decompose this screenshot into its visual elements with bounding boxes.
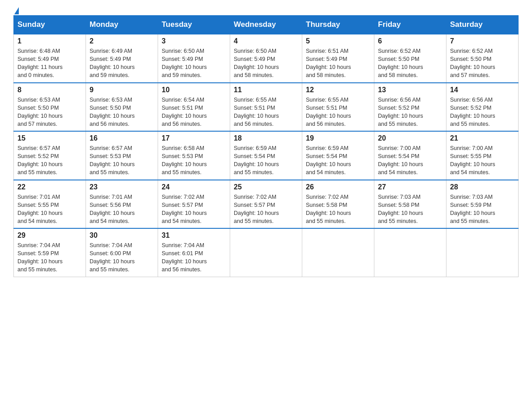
- day-number: 15: [17, 134, 82, 142]
- day-header-saturday: Saturday: [446, 16, 519, 34]
- day-info: Sunrise: 7:03 AMSunset: 5:58 PMDaylight:…: [378, 193, 442, 226]
- day-cell-7: 7Sunrise: 6:52 AMSunset: 5:50 PMDaylight…: [446, 34, 519, 83]
- day-header-friday: Friday: [374, 16, 446, 34]
- day-number: 4: [234, 37, 298, 45]
- day-cell-3: 3Sunrise: 6:50 AMSunset: 5:49 PMDaylight…: [158, 34, 230, 83]
- day-number: 20: [378, 134, 442, 142]
- day-number: 9: [90, 86, 154, 94]
- day-info: Sunrise: 6:59 AMSunset: 5:54 PMDaylight:…: [306, 144, 370, 177]
- day-info: Sunrise: 7:01 AMSunset: 5:55 PMDaylight:…: [17, 193, 82, 226]
- day-cell-15: 15Sunrise: 6:57 AMSunset: 5:52 PMDayligh…: [14, 131, 86, 180]
- day-info: Sunrise: 6:50 AMSunset: 5:49 PMDaylight:…: [162, 47, 226, 80]
- day-header-monday: Monday: [86, 16, 158, 34]
- day-info: Sunrise: 7:04 AMSunset: 6:01 PMDaylight:…: [162, 241, 226, 274]
- day-info: Sunrise: 6:50 AMSunset: 5:49 PMDaylight:…: [234, 47, 298, 80]
- empty-cell: [230, 228, 302, 277]
- day-cell-17: 17Sunrise: 6:58 AMSunset: 5:53 PMDayligh…: [158, 131, 230, 180]
- day-cell-19: 19Sunrise: 6:59 AMSunset: 5:54 PMDayligh…: [302, 131, 374, 180]
- day-number: 30: [90, 231, 154, 240]
- day-info: Sunrise: 7:00 AMSunset: 5:55 PMDaylight:…: [450, 144, 515, 177]
- day-number: 2: [90, 37, 154, 45]
- day-cell-14: 14Sunrise: 6:56 AMSunset: 5:52 PMDayligh…: [446, 83, 519, 132]
- empty-cell: [374, 228, 446, 277]
- day-header-tuesday: Tuesday: [158, 16, 230, 34]
- day-info: Sunrise: 6:51 AMSunset: 5:49 PMDaylight:…: [306, 47, 370, 80]
- day-info: Sunrise: 7:02 AMSunset: 5:57 PMDaylight:…: [234, 193, 298, 226]
- day-number: 8: [17, 86, 82, 94]
- day-cell-10: 10Sunrise: 6:54 AMSunset: 5:51 PMDayligh…: [158, 83, 230, 132]
- day-number: 13: [378, 86, 442, 94]
- day-cell-4: 4Sunrise: 6:50 AMSunset: 5:49 PMDaylight…: [230, 34, 302, 83]
- day-cell-6: 6Sunrise: 6:52 AMSunset: 5:50 PMDaylight…: [374, 34, 446, 83]
- day-number: 11: [234, 86, 298, 94]
- week-row-5: 29Sunrise: 7:04 AMSunset: 5:59 PMDayligh…: [14, 228, 519, 277]
- day-info: Sunrise: 7:01 AMSunset: 5:56 PMDaylight:…: [90, 193, 154, 226]
- day-number: 7: [450, 37, 515, 45]
- day-number: 18: [234, 134, 298, 142]
- day-number: 28: [450, 183, 515, 191]
- day-info: Sunrise: 6:59 AMSunset: 5:54 PMDaylight:…: [234, 144, 298, 177]
- day-info: Sunrise: 6:53 AMSunset: 5:50 PMDaylight:…: [90, 96, 154, 128]
- day-cell-29: 29Sunrise: 7:04 AMSunset: 5:59 PMDayligh…: [14, 228, 86, 277]
- day-info: Sunrise: 7:04 AMSunset: 6:00 PMDaylight:…: [90, 241, 154, 274]
- day-cell-28: 28Sunrise: 7:03 AMSunset: 5:59 PMDayligh…: [446, 180, 519, 229]
- week-row-2: 8Sunrise: 6:53 AMSunset: 5:50 PMDaylight…: [14, 83, 519, 132]
- day-cell-24: 24Sunrise: 7:02 AMSunset: 5:57 PMDayligh…: [158, 180, 230, 229]
- day-cell-22: 22Sunrise: 7:01 AMSunset: 5:55 PMDayligh…: [14, 180, 86, 229]
- day-number: 1: [17, 37, 82, 45]
- week-row-4: 22Sunrise: 7:01 AMSunset: 5:55 PMDayligh…: [14, 180, 519, 229]
- logo: [13, 9, 19, 11]
- empty-cell: [446, 228, 519, 277]
- day-cell-13: 13Sunrise: 6:56 AMSunset: 5:52 PMDayligh…: [374, 83, 446, 132]
- day-info: Sunrise: 6:54 AMSunset: 5:51 PMDaylight:…: [162, 96, 226, 128]
- day-number: 3: [162, 37, 226, 45]
- day-info: Sunrise: 6:48 AMSunset: 5:49 PMDaylight:…: [17, 47, 82, 80]
- page-header: [13, 9, 519, 11]
- calendar-header-row: SundayMondayTuesdayWednesdayThursdayFrid…: [14, 16, 519, 34]
- day-info: Sunrise: 6:52 AMSunset: 5:50 PMDaylight:…: [378, 47, 442, 80]
- day-info: Sunrise: 6:57 AMSunset: 5:53 PMDaylight:…: [90, 144, 154, 177]
- day-number: 5: [306, 37, 370, 45]
- day-number: 23: [90, 183, 154, 191]
- day-header-thursday: Thursday: [302, 16, 374, 34]
- day-info: Sunrise: 6:49 AMSunset: 5:49 PMDaylight:…: [90, 47, 154, 80]
- day-number: 25: [234, 183, 298, 191]
- day-number: 14: [450, 86, 515, 94]
- day-cell-1: 1Sunrise: 6:48 AMSunset: 5:49 PMDaylight…: [14, 34, 86, 83]
- day-info: Sunrise: 6:55 AMSunset: 5:51 PMDaylight:…: [234, 96, 298, 128]
- day-info: Sunrise: 6:55 AMSunset: 5:51 PMDaylight:…: [306, 96, 370, 128]
- day-cell-11: 11Sunrise: 6:55 AMSunset: 5:51 PMDayligh…: [230, 83, 302, 132]
- day-number: 19: [306, 134, 370, 142]
- day-header-sunday: Sunday: [14, 16, 86, 34]
- day-number: 6: [378, 37, 442, 45]
- day-info: Sunrise: 6:56 AMSunset: 5:52 PMDaylight:…: [450, 96, 515, 128]
- day-number: 31: [162, 231, 226, 240]
- day-cell-23: 23Sunrise: 7:01 AMSunset: 5:56 PMDayligh…: [86, 180, 158, 229]
- day-info: Sunrise: 7:00 AMSunset: 5:54 PMDaylight:…: [378, 144, 442, 177]
- day-info: Sunrise: 6:57 AMSunset: 5:52 PMDaylight:…: [17, 144, 82, 177]
- day-cell-2: 2Sunrise: 6:49 AMSunset: 5:49 PMDaylight…: [86, 34, 158, 83]
- day-cell-25: 25Sunrise: 7:02 AMSunset: 5:57 PMDayligh…: [230, 180, 302, 229]
- day-number: 29: [17, 231, 82, 240]
- day-number: 10: [162, 86, 226, 94]
- day-header-wednesday: Wednesday: [230, 16, 302, 34]
- day-number: 27: [378, 183, 442, 191]
- day-cell-30: 30Sunrise: 7:04 AMSunset: 6:00 PMDayligh…: [86, 228, 158, 277]
- calendar-table: SundayMondayTuesdayWednesdayThursdayFrid…: [13, 15, 519, 277]
- day-info: Sunrise: 6:52 AMSunset: 5:50 PMDaylight:…: [450, 47, 515, 80]
- day-cell-12: 12Sunrise: 6:55 AMSunset: 5:51 PMDayligh…: [302, 83, 374, 132]
- week-row-1: 1Sunrise: 6:48 AMSunset: 5:49 PMDaylight…: [14, 34, 519, 83]
- day-info: Sunrise: 7:03 AMSunset: 5:59 PMDaylight:…: [450, 193, 515, 226]
- day-info: Sunrise: 7:02 AMSunset: 5:58 PMDaylight:…: [306, 193, 370, 226]
- day-cell-18: 18Sunrise: 6:59 AMSunset: 5:54 PMDayligh…: [230, 131, 302, 180]
- day-cell-27: 27Sunrise: 7:03 AMSunset: 5:58 PMDayligh…: [374, 180, 446, 229]
- day-cell-9: 9Sunrise: 6:53 AMSunset: 5:50 PMDaylight…: [86, 83, 158, 132]
- day-info: Sunrise: 7:02 AMSunset: 5:57 PMDaylight:…: [162, 193, 226, 226]
- day-info: Sunrise: 7:04 AMSunset: 5:59 PMDaylight:…: [17, 241, 82, 274]
- day-cell-31: 31Sunrise: 7:04 AMSunset: 6:01 PMDayligh…: [158, 228, 230, 277]
- day-number: 21: [450, 134, 515, 142]
- day-cell-20: 20Sunrise: 7:00 AMSunset: 5:54 PMDayligh…: [374, 131, 446, 180]
- day-number: 22: [17, 183, 82, 191]
- empty-cell: [302, 228, 374, 277]
- day-info: Sunrise: 6:53 AMSunset: 5:50 PMDaylight:…: [17, 96, 82, 128]
